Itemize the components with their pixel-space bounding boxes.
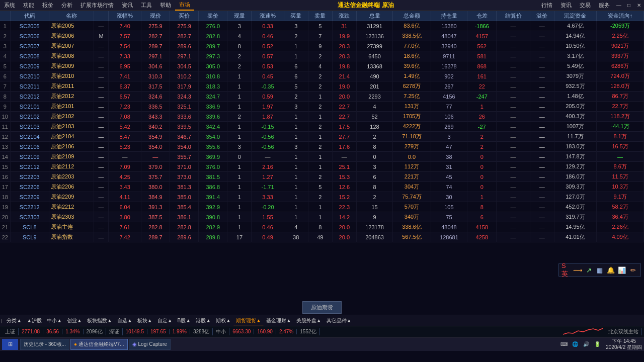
table-row[interactable]: 22SCL9原油指数—7.42289.7289.6289.8170.493849… bbox=[0, 232, 644, 242]
start-button[interactable]: ⊞ bbox=[2, 339, 18, 350]
col-header-assets[interactable]: 沉淀资金 bbox=[554, 11, 597, 21]
table-row[interactable]: 6SC2010原油2010—7.41310.3310.2310.810.4562… bbox=[0, 71, 644, 81]
toolbar-news[interactable]: 资讯 bbox=[556, 1, 576, 10]
table-row[interactable]: 4SC2008原油2008—7.33297.1297.1297.320.5712… bbox=[0, 51, 644, 61]
bottom-tab[interactable]: 美股外盘▲ bbox=[294, 316, 324, 325]
table-row[interactable]: 14SC2109原油2109———355.7369.90—11—00.0380—… bbox=[0, 152, 644, 162]
table-cell: 11 bbox=[0, 122, 10, 132]
table-row[interactable]: 20SC2303原油2303—3.80387.5386.1390.811.551… bbox=[0, 212, 644, 222]
menu-info[interactable]: 资讯 bbox=[118, 1, 137, 10]
table-cell: 6450 bbox=[356, 51, 392, 61]
table-cell: 128681 bbox=[431, 232, 467, 242]
table-cell: — bbox=[497, 202, 530, 212]
menu-quote[interactable]: 报价 bbox=[38, 1, 57, 10]
menu-tools[interactable]: 工具 bbox=[137, 1, 156, 10]
bottom-tab[interactable]: 中小▲ bbox=[44, 316, 64, 325]
col-header-settle[interactable]: 结算价 bbox=[497, 11, 530, 21]
col-header-flow[interactable]: 资金流向↑ bbox=[597, 11, 644, 21]
menu-function[interactable]: 功能 bbox=[19, 1, 38, 10]
table-row[interactable]: 5SC2009原油2009—6.95304.6304.5305.020.5364… bbox=[0, 61, 644, 71]
bottom-tab[interactable]: 自选▲ bbox=[115, 316, 135, 325]
table-row[interactable]: 16SC2203原油2203—4.25375.7373.0381.511.271… bbox=[0, 172, 644, 182]
table-row[interactable]: 12SC2104原油2104—8.47354.9346.7354.01-0.56… bbox=[0, 132, 644, 142]
table-row[interactable]: 11SC2103原油2103—5.42340.2339.5342.41-0.15… bbox=[0, 122, 644, 132]
bottom-tab[interactable]: B股▲ bbox=[175, 316, 194, 325]
icon-grid[interactable]: ▦ bbox=[595, 265, 605, 275]
table-row[interactable]: 1SC2005原油2005—7.40275.9275.9276.030.3335… bbox=[0, 21, 644, 31]
table-row[interactable]: 3SC2007原油2007—7.54289.7289.6289.780.5219… bbox=[0, 41, 644, 51]
table-row[interactable]: 2SC2006原油2006M7.57282.7282.7282.840.4627… bbox=[0, 31, 644, 41]
table-row[interactable]: 10SC2102原油2102—7.08343.3333.6339.621.871… bbox=[0, 112, 644, 122]
bottom-tab[interactable]: 板块▲ bbox=[135, 316, 155, 325]
table-row[interactable]: 19SC2212原油2212—6.04391.3385.4392.91-0.20… bbox=[0, 202, 644, 212]
icon-chart2[interactable]: ↗ bbox=[584, 265, 594, 275]
col-header-hold[interactable]: 持仓量 bbox=[431, 11, 467, 21]
bottom-tab[interactable]: 其它品种▲ bbox=[324, 316, 354, 325]
icon-bell[interactable]: 🔔 bbox=[606, 265, 616, 275]
icon-bar[interactable]: 📊 bbox=[617, 265, 627, 275]
col-header-change[interactable]: 涨跌 bbox=[332, 11, 356, 21]
table-cell: 336.5 bbox=[141, 102, 170, 112]
bottom-tab[interactable]: 分类▲ bbox=[4, 316, 24, 325]
bottom-tab[interactable]: 自定▲ bbox=[155, 316, 175, 325]
taskbar-app-history[interactable]: 历史记录 - 360板... bbox=[20, 339, 69, 350]
icon-chart1[interactable]: ⟿ bbox=[573, 265, 583, 275]
bottom-tab[interactable]: 创业▲ bbox=[64, 316, 85, 325]
table-cell: 3 bbox=[227, 21, 252, 31]
table-row[interactable]: 9SC2101原油2101—7.23336.5325.1336.911.9732… bbox=[0, 102, 644, 112]
taskbar-app-tongda[interactable]: ● 通达信金融终端V7... bbox=[70, 339, 128, 350]
col-header-diff[interactable]: 仓差 bbox=[467, 11, 497, 21]
table-row[interactable]: 18SC2209原油2209—4.11384.9385.0391.413.331… bbox=[0, 192, 644, 202]
table-row[interactable]: 7SC2011原油2011—6.37317.5317.9318.31-0.355… bbox=[0, 81, 644, 92]
bottom-tab[interactable]: ▲沪股 bbox=[24, 316, 44, 325]
taskbar-app-logi[interactable]: ◉ Logi Capture bbox=[129, 339, 171, 350]
table-cell: 204863 bbox=[356, 232, 392, 242]
table-cell: 128 bbox=[356, 122, 392, 132]
bottom-tab[interactable]: 期货现货▲ bbox=[233, 316, 264, 325]
col-header-sell[interactable]: 卖价 bbox=[199, 11, 227, 21]
close-button[interactable]: ✕ bbox=[635, 2, 643, 10]
table-cell: 343.3 bbox=[141, 112, 170, 122]
table-row[interactable]: 17SC2206原油2206—3.43380.0381.3386.81-1.71… bbox=[0, 182, 644, 192]
menu-expand[interactable]: 扩展市场行情 bbox=[76, 1, 118, 10]
col-header-total[interactable]: 总量 bbox=[356, 11, 392, 21]
maximize-button[interactable]: □ bbox=[625, 2, 633, 10]
menu-help[interactable]: 帮助 bbox=[156, 1, 175, 10]
bottom-tab[interactable]: 基金理财▲ bbox=[264, 316, 294, 325]
col-header-spd[interactable]: 涨速% bbox=[252, 11, 284, 21]
taskbar-keyboard-icon[interactable]: ⌨ bbox=[559, 340, 569, 349]
menu-analysis[interactable]: 分析 bbox=[57, 1, 76, 10]
taskbar-network-icon[interactable]: 🌐 bbox=[571, 340, 580, 349]
col-header-price[interactable]: 现价 bbox=[141, 11, 170, 21]
table-cell: — bbox=[94, 232, 109, 242]
table-row[interactable]: 21SCL8原油主连—7.61282.8282.8282.910.464820.… bbox=[0, 222, 644, 232]
col-header-code[interactable]: 代码 bbox=[10, 11, 49, 21]
bottom-tab[interactable]: 港股▲ bbox=[193, 316, 213, 325]
toolbar-quotes[interactable]: 行情 bbox=[537, 1, 556, 10]
menu-system[interactable]: 系统 bbox=[0, 1, 19, 10]
menu-market[interactable]: 市场 bbox=[175, 0, 194, 11]
table-row[interactable]: 8SC2012原油2012—6.57324.6324.3324.710.5921… bbox=[0, 92, 644, 102]
table-cell: 75 bbox=[431, 212, 467, 222]
col-header-svol[interactable]: 卖量 bbox=[308, 11, 332, 21]
col-header-bvol[interactable]: 买量 bbox=[284, 11, 308, 21]
col-header-amount[interactable]: 总金额 bbox=[393, 11, 431, 21]
minimize-button[interactable]: — bbox=[615, 2, 623, 10]
toolbar-trade[interactable]: 交易 bbox=[576, 1, 595, 10]
col-header-limit[interactable]: 溢价 bbox=[530, 11, 554, 21]
taskbar-speaker-icon[interactable]: 🔊 bbox=[582, 340, 591, 349]
bottom-tab[interactable]: 板块指数▲ bbox=[85, 316, 115, 325]
col-header-vol[interactable]: 现量 bbox=[227, 11, 252, 21]
table-row[interactable]: 13SC2106原油2106—5.23354.0354.0355.63-0.56… bbox=[0, 142, 644, 152]
table-cell: 14.94亿 bbox=[554, 31, 597, 41]
toolbar-service[interactable]: 服务 bbox=[595, 1, 614, 10]
icon-s-letter[interactable]: S英 bbox=[561, 265, 572, 275]
futures-button[interactable]: 原油期货 bbox=[302, 301, 342, 314]
icon-pen[interactable]: ✏ bbox=[628, 265, 638, 275]
bottom-tab[interactable]: 期权▲ bbox=[213, 316, 233, 325]
taskbar-battery-icon[interactable]: 🔋 bbox=[593, 340, 602, 349]
col-header-pct[interactable]: 涨幅% bbox=[109, 11, 141, 21]
col-header-name[interactable]: 名称 bbox=[49, 11, 94, 21]
table-row[interactable]: 15SC2112原油2112—7.09379.0371.0376.012.161… bbox=[0, 162, 644, 172]
col-header-buy[interactable]: 买价 bbox=[170, 11, 198, 21]
